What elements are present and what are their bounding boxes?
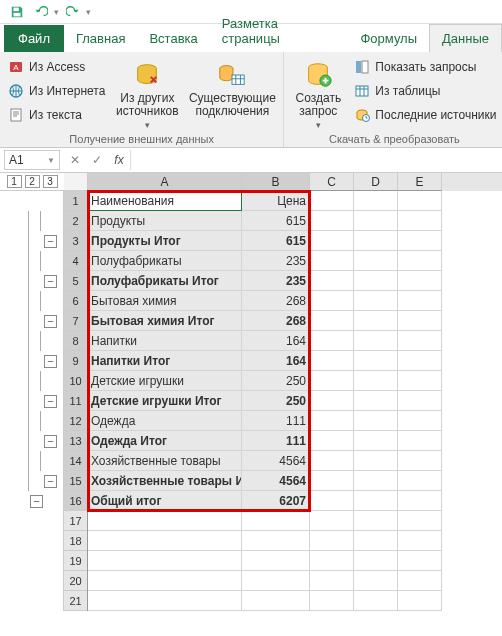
cell[interactable] [354, 511, 398, 531]
collapse-icon[interactable]: − [30, 495, 43, 508]
cell[interactable]: 235 [242, 251, 310, 271]
tab-home[interactable]: Главная [64, 25, 137, 52]
enter-icon[interactable]: ✓ [86, 153, 108, 167]
cell[interactable] [242, 531, 310, 551]
cell[interactable] [310, 411, 354, 431]
cell[interactable] [354, 331, 398, 351]
cell[interactable] [354, 311, 398, 331]
qat-customize-icon[interactable]: ▾ [84, 1, 92, 23]
cell[interactable] [398, 431, 442, 451]
cell[interactable] [310, 231, 354, 251]
chevron-down-icon[interactable]: ▼ [47, 156, 55, 165]
from-access-button[interactable]: AИз Access [6, 56, 107, 78]
row-header[interactable]: 17 [64, 511, 87, 531]
row-header[interactable]: 1 [64, 191, 87, 211]
cell[interactable] [354, 571, 398, 591]
cell[interactable] [398, 211, 442, 231]
cell[interactable] [310, 351, 354, 371]
undo-icon[interactable] [30, 1, 52, 23]
recent-sources-button[interactable]: Последние источники [352, 104, 498, 126]
cell[interactable] [398, 411, 442, 431]
cell[interactable] [398, 331, 442, 351]
row-header[interactable]: 14 [64, 451, 87, 471]
cell[interactable]: Детские игрушки Итог [88, 391, 242, 411]
cell[interactable] [354, 211, 398, 231]
row-header[interactable]: 8 [64, 331, 87, 351]
cell[interactable] [310, 291, 354, 311]
cell[interactable] [310, 191, 354, 211]
cell[interactable] [398, 551, 442, 571]
show-queries-button[interactable]: Показать запросы [352, 56, 498, 78]
cell[interactable]: 250 [242, 371, 310, 391]
collapse-icon[interactable]: − [44, 315, 57, 328]
cell[interactable] [310, 271, 354, 291]
cell[interactable] [310, 551, 354, 571]
cell[interactable] [354, 471, 398, 491]
outline-level-3[interactable]: 3 [43, 175, 58, 188]
cell[interactable] [354, 431, 398, 451]
cell[interactable] [354, 231, 398, 251]
name-box[interactable]: A1▼ [4, 150, 60, 170]
cell[interactable] [398, 351, 442, 371]
tab-insert[interactable]: Вставка [137, 25, 209, 52]
cell[interactable] [398, 591, 442, 611]
outline-level-1[interactable]: 1 [7, 175, 22, 188]
outline-level-2[interactable]: 2 [25, 175, 40, 188]
cell[interactable]: Хозяйственные товары Итог [88, 471, 242, 491]
fx-icon[interactable]: fx [108, 153, 130, 167]
row-header[interactable]: 10 [64, 371, 87, 391]
cell[interactable] [398, 391, 442, 411]
cell[interactable]: Напитки Итог [88, 351, 242, 371]
save-icon[interactable] [6, 1, 28, 23]
from-table-button[interactable]: Из таблицы [352, 80, 498, 102]
collapse-icon[interactable]: − [44, 395, 57, 408]
cell[interactable] [398, 191, 442, 211]
cell[interactable]: Полуфабрикаты Итог [88, 271, 242, 291]
cell[interactable] [354, 351, 398, 371]
row-header[interactable]: 16 [64, 491, 87, 511]
cell[interactable] [398, 371, 442, 391]
cell[interactable]: 615 [242, 211, 310, 231]
cell[interactable]: Детские игрушки [88, 371, 242, 391]
cell[interactable] [354, 551, 398, 571]
cell[interactable] [354, 491, 398, 511]
tab-file[interactable]: Файл [4, 25, 64, 52]
cell[interactable]: Общий итог [88, 491, 242, 511]
cell[interactable]: Одежда Итог [88, 431, 242, 451]
cell[interactable] [354, 451, 398, 471]
cell[interactable] [310, 451, 354, 471]
cell[interactable] [310, 491, 354, 511]
cell[interactable] [310, 331, 354, 351]
cancel-icon[interactable]: ✕ [64, 153, 86, 167]
cell[interactable]: 4564 [242, 451, 310, 471]
cell[interactable] [398, 451, 442, 471]
cell[interactable] [310, 431, 354, 451]
cell[interactable] [398, 491, 442, 511]
cell[interactable] [88, 511, 242, 531]
cell[interactable]: 111 [242, 411, 310, 431]
cell[interactable]: Напитки [88, 331, 242, 351]
collapse-icon[interactable]: − [44, 275, 57, 288]
cell[interactable]: Продукты Итог [88, 231, 242, 251]
cell[interactable] [354, 191, 398, 211]
cell[interactable] [354, 411, 398, 431]
cell[interactable] [398, 271, 442, 291]
collapse-icon[interactable]: − [44, 435, 57, 448]
cell[interactable] [310, 211, 354, 231]
tab-formulas[interactable]: Формулы [348, 25, 429, 52]
cell[interactable] [398, 531, 442, 551]
collapse-icon[interactable]: − [44, 475, 57, 488]
row-header[interactable]: 20 [64, 571, 87, 591]
cell[interactable] [398, 511, 442, 531]
column-header-C[interactable]: C [310, 173, 354, 191]
collapse-icon[interactable]: − [44, 355, 57, 368]
cell[interactable] [310, 531, 354, 551]
cell[interactable] [354, 591, 398, 611]
cell[interactable]: 4564 [242, 471, 310, 491]
row-header[interactable]: 3 [64, 231, 87, 251]
row-header[interactable]: 2 [64, 211, 87, 231]
row-header[interactable]: 15 [64, 471, 87, 491]
cell[interactable]: Цена [242, 191, 310, 211]
row-header[interactable]: 21 [64, 591, 87, 611]
cell[interactable]: 268 [242, 291, 310, 311]
